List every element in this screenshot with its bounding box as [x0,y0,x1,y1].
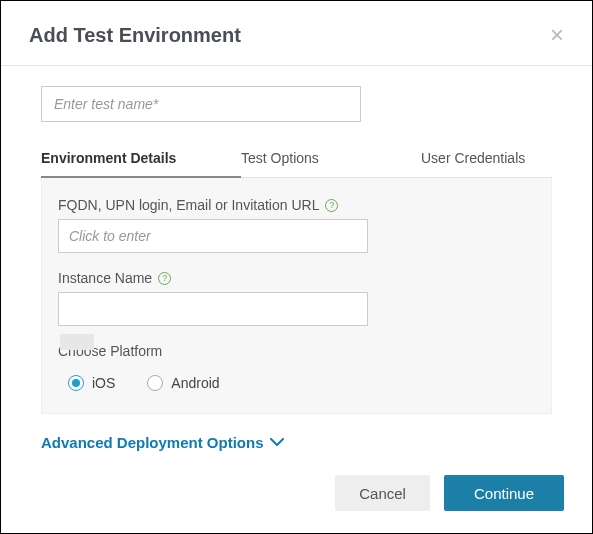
continue-button[interactable]: Continue [444,475,564,511]
platform-radio-android[interactable]: Android [147,375,219,391]
advanced-label: Advanced Deployment Options [41,434,264,451]
platform-radio-ios[interactable]: iOS [68,375,115,391]
instance-name-input[interactable] [58,292,368,326]
help-icon[interactable]: ? [158,272,171,285]
fqdn-label: FQDN, UPN login, Email or Invitation URL [58,197,319,213]
environment-details-panel: FQDN, UPN login, Email or Invitation URL… [41,178,552,414]
close-icon[interactable]: × [550,23,564,47]
platform-ios-label: iOS [92,375,115,391]
help-icon[interactable]: ? [325,199,338,212]
tab-bar: Environment Details Test Options User Cr… [41,140,552,178]
chevron-down-icon [270,438,284,447]
dialog-title: Add Test Environment [29,24,241,47]
advanced-deployment-toggle[interactable]: Advanced Deployment Options [41,434,284,451]
radio-icon [147,375,163,391]
platform-android-label: Android [171,375,219,391]
radio-icon [68,375,84,391]
instance-placeholder-bar [60,334,94,350]
tab-environment-details[interactable]: Environment Details [41,140,241,178]
cancel-button[interactable]: Cancel [335,475,430,511]
fqdn-input[interactable] [58,219,368,253]
instance-name-label: Instance Name [58,270,152,286]
test-name-input[interactable] [41,86,361,122]
tab-test-options[interactable]: Test Options [241,140,421,177]
tab-user-credentials[interactable]: User Credentials [421,140,552,177]
